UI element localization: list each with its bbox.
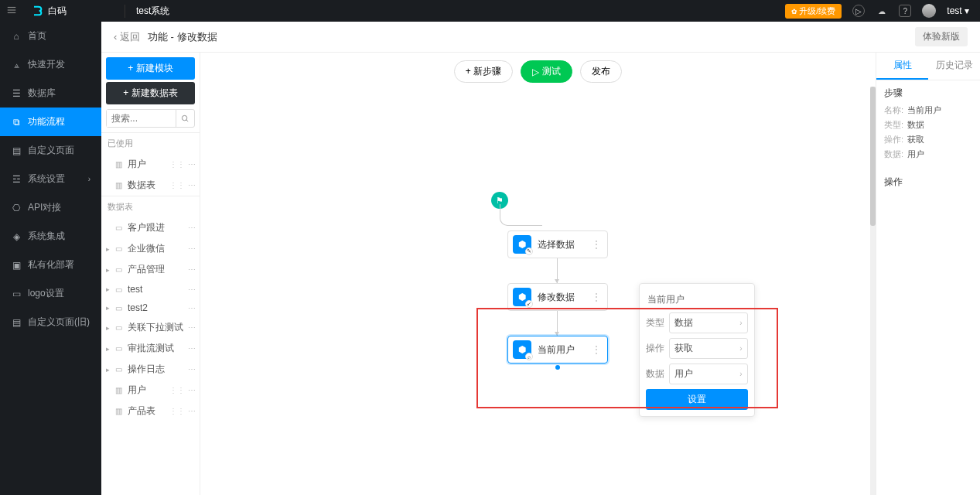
node-more-icon[interactable]: ⋮ <box>590 344 603 355</box>
folder-item[interactable]: ▸▭test⋯ <box>101 280 200 299</box>
sidebar-item-database[interactable]: ☰数据库 <box>0 79 101 108</box>
folder-item[interactable]: ▭客户跟进⋯ <box>101 217 200 238</box>
publish-button[interactable]: 发布 <box>580 60 622 83</box>
more-icon[interactable]: ⋯ <box>188 181 195 189</box>
expand-icon[interactable]: ▸ <box>106 345 114 353</box>
chevron-right-icon: › <box>88 175 90 183</box>
cube-icon: ⬢↙ <box>513 288 531 306</box>
folder-item[interactable]: ▸▭操作日志⋯ <box>101 359 200 380</box>
sidebar-item-custompage-old[interactable]: ▤自定义页面(旧) <box>0 308 101 336</box>
upgrade-button[interactable]: ✿ 升级/续费 <box>785 4 842 19</box>
op-select[interactable]: 获取› <box>669 338 748 359</box>
logo[interactable]: 白码 <box>23 5 125 18</box>
used-item-table[interactable]: ▥数据表⋮⋮⋯ <box>101 175 200 196</box>
drag-icon[interactable]: ⋮⋮ <box>169 386 185 394</box>
flow-node-select[interactable]: ⬢✎ 选择数据 ⋮ <box>507 230 608 258</box>
more-icon[interactable]: ⋯ <box>188 160 195 169</box>
selection-handle[interactable] <box>555 365 560 370</box>
chevron-right-icon: › <box>739 370 742 378</box>
sidebar-item-home[interactable]: ⌂首页 <box>0 22 101 50</box>
prop-op: 获取 <box>907 134 924 145</box>
more-icon[interactable]: ⋯ <box>188 304 195 312</box>
api-icon: ⎔ <box>11 203 22 213</box>
cloud-icon[interactable]: ☁ <box>876 5 888 17</box>
more-icon[interactable]: ⋯ <box>188 386 195 394</box>
expand-icon[interactable]: ▸ <box>106 285 114 293</box>
new-module-button[interactable]: + 新建模块 <box>106 57 195 80</box>
deploy-icon: ▣ <box>11 260 22 271</box>
expand-icon[interactable]: ▸ <box>106 266 114 274</box>
gear-icon: ☲ <box>11 174 22 185</box>
search-icon[interactable] <box>176 110 194 127</box>
more-icon[interactable]: ⋯ <box>188 323 195 332</box>
expand-icon[interactable]: ▸ <box>106 366 114 374</box>
flow-canvas[interactable]: + 新步骤 ▷测试 发布 ⚑ ⬢✎ 选择数据 ⋮ ⬢↙ <box>200 53 876 495</box>
popover-title: 当前用户 <box>646 290 748 312</box>
avatar[interactable] <box>922 4 936 18</box>
test-button[interactable]: ▷测试 <box>521 60 572 83</box>
node-more-icon[interactable]: ⋮ <box>590 239 603 250</box>
play-icon[interactable]: ▷ <box>852 5 865 17</box>
back-button[interactable]: ‹ 返回 <box>114 30 140 44</box>
more-icon[interactable]: ⋯ <box>188 285 195 294</box>
leaf-item[interactable]: ▥用户⋮⋮⋯ <box>101 380 200 401</box>
folder-item[interactable]: ▸▭企业微信⋯ <box>101 238 200 259</box>
sidebar-item-integration[interactable]: ◈系统集成 <box>0 222 101 251</box>
file-icon: ▥ <box>115 407 125 415</box>
user-menu[interactable]: test ▾ <box>947 5 969 16</box>
page-old-icon: ▤ <box>11 317 22 328</box>
sidebar-item-flow[interactable]: ⧉功能流程 <box>0 108 101 136</box>
flow-node-modify[interactable]: ⬢↙ 修改数据 ⋮ <box>507 283 608 311</box>
sidebar-item-custompage[interactable]: ▤自定义页面 <box>0 136 101 165</box>
help-icon[interactable]: ? <box>899 5 911 17</box>
more-icon[interactable]: ⋯ <box>188 244 195 253</box>
scrollbar-thumb[interactable] <box>870 87 876 226</box>
node-popover: 当前用户 类型数据› 操作获取› 数据用户› 设置 <box>639 283 755 417</box>
expand-icon[interactable]: ▸ <box>106 324 114 332</box>
sidebar-item-quickdev[interactable]: ⟁快速开发 <box>0 50 101 79</box>
folder-item[interactable]: ▸▭关联下拉测试⋯ <box>101 317 200 338</box>
tab-properties[interactable]: 属性 <box>876 53 928 80</box>
leaf-item[interactable]: ▥产品表⋮⋮⋯ <box>101 401 200 422</box>
prop-data: 用户 <box>907 148 924 160</box>
properties-panel: 属性 历史记录 步骤 名称:当前用户 类型:数据 操作:获取 数据:用户 操作 <box>876 53 980 495</box>
sidebar-item-logo[interactable]: ▭logo设置 <box>0 279 101 308</box>
new-table-button[interactable]: + 新建数据表 <box>106 82 195 104</box>
folder-item[interactable]: ▸▭审批流测试⋯ <box>101 338 200 359</box>
tab-history[interactable]: 历史记录 <box>928 53 980 80</box>
page-icon: ▤ <box>11 145 22 156</box>
system-name[interactable]: test系统 <box>125 5 180 18</box>
drag-icon[interactable]: ⋮⋮ <box>169 407 185 415</box>
more-icon[interactable]: ⋯ <box>188 224 195 232</box>
type-select[interactable]: 数据› <box>669 312 748 333</box>
sidebar-item-api[interactable]: ⎔API对接 <box>0 193 101 222</box>
expand-icon[interactable]: ▸ <box>106 304 114 312</box>
group-tables: 数据表 <box>101 196 200 217</box>
flow-node-current-user[interactable]: ⬢⌕ 当前用户 ⋮ <box>507 336 608 364</box>
folder-item[interactable]: ▸▭test2⋯ <box>101 299 200 317</box>
search-field[interactable] <box>107 110 176 127</box>
sidebar-item-deploy[interactable]: ▣私有化部署 <box>0 251 101 279</box>
more-icon[interactable]: ⋯ <box>188 344 195 353</box>
drag-icon[interactable]: ⋮⋮ <box>169 181 185 189</box>
try-new-button[interactable]: 体验新版 <box>915 27 968 46</box>
sidebar-item-settings[interactable]: ☲系统设置› <box>0 165 101 193</box>
more-icon[interactable]: ⋯ <box>188 365 195 374</box>
menu-toggle-icon[interactable] <box>0 5 23 18</box>
more-icon[interactable]: ⋯ <box>188 407 195 415</box>
folder-icon: ▭ <box>115 265 125 274</box>
search-input[interactable] <box>106 109 195 128</box>
drag-icon[interactable]: ⋮⋮ <box>169 160 185 169</box>
node-more-icon[interactable]: ⋮ <box>590 292 603 302</box>
top-bar: 白码 test系统 ✿ 升级/续费 ▷ ☁ ? test ▾ <box>0 0 980 22</box>
new-step-button[interactable]: + 新步骤 <box>454 60 513 83</box>
section-action: 操作 <box>884 176 972 189</box>
more-icon[interactable]: ⋯ <box>188 265 195 274</box>
expand-icon[interactable]: ▸ <box>106 245 114 253</box>
data-select[interactable]: 用户› <box>669 364 748 384</box>
used-item-user[interactable]: ▥用户⋮⋮⋯ <box>101 154 200 175</box>
cube-icon: ⟁ <box>11 60 22 70</box>
file-icon: ▥ <box>115 160 125 169</box>
folder-item[interactable]: ▸▭产品管理⋯ <box>101 259 200 280</box>
settings-button[interactable]: 设置 <box>646 389 748 410</box>
